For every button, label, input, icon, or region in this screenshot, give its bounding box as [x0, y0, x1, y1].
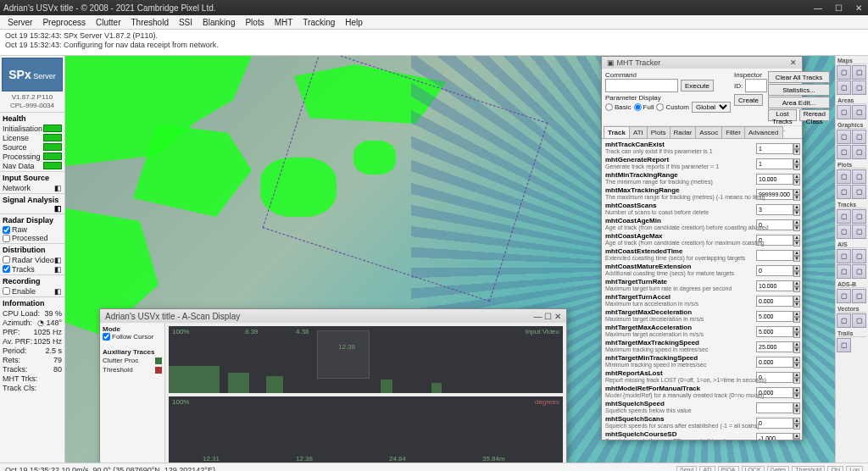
open-icon[interactable]: ◧ [54, 204, 62, 213]
tool-button[interactable]: ▢ [852, 145, 866, 159]
param-input[interactable] [756, 296, 793, 307]
spin-down-icon[interactable]: ▼ [793, 164, 800, 170]
close-icon[interactable]: ✕ [853, 3, 865, 13]
tracks-checkbox[interactable]: Tracks [3, 265, 35, 274]
menu-server[interactable]: Server [3, 17, 36, 28]
spin-down-icon[interactable]: ▼ [793, 195, 800, 201]
param-input[interactable] [756, 402, 793, 413]
close-icon[interactable]: ✕ [554, 312, 561, 321]
menu-clutter[interactable]: Clutter [92, 17, 125, 28]
spin-down-icon[interactable]: ▼ [793, 332, 800, 338]
tool-button[interactable]: ▢ [852, 249, 866, 263]
spin-down-icon[interactable]: ▼ [793, 271, 800, 277]
tool-button[interactable]: ▢ [852, 264, 866, 279]
param-input[interactable] [756, 418, 793, 429]
tool-button[interactable]: ▢ [837, 105, 851, 119]
tab-filter[interactable]: Filter [721, 126, 745, 138]
spin-down-icon[interactable]: ▼ [793, 439, 800, 440]
raw-checkbox[interactable]: Raw [3, 225, 62, 234]
spin-down-icon[interactable]: ▼ [793, 424, 800, 429]
menu-ssi[interactable]: SSI [175, 17, 197, 28]
param-input[interactable] [756, 204, 793, 215]
tab-assoc[interactable]: Assoc [695, 126, 722, 138]
enable-checkbox[interactable]: Enable [3, 287, 36, 296]
spin-up-icon[interactable]: ▲ [793, 326, 800, 332]
minimize-icon[interactable]: — [812, 3, 824, 13]
tool-button[interactable]: ▢ [852, 185, 866, 199]
area-edit-button[interactable]: Area Edit... [768, 97, 830, 108]
param-input[interactable] [756, 433, 793, 440]
spin-down-icon[interactable]: ▼ [793, 241, 800, 247]
tool-button[interactable]: ▢ [837, 65, 851, 80]
full-radio[interactable]: Full [634, 103, 654, 111]
spin-down-icon[interactable]: ▼ [793, 302, 800, 308]
spin-up-icon[interactable]: ▲ [793, 372, 800, 378]
tool-button[interactable]: ▢ [837, 145, 851, 159]
spin-up-icon[interactable]: ▲ [793, 311, 800, 317]
ascan-plot-top[interactable]: Input Video 100% 8.39 4.38 12.38 [169, 326, 563, 393]
follow-cursor-checkbox[interactable]: Follow Cursor [103, 333, 162, 341]
spin-up-icon[interactable]: ▲ [793, 250, 800, 256]
tab-radar[interactable]: Radar [670, 126, 697, 138]
param-input[interactable] [756, 174, 793, 185]
tool-button[interactable]: ▢ [837, 80, 851, 95]
mht-params[interactable]: mhtTrackCanExistTrack can only exist if … [602, 139, 802, 440]
tool-button[interactable]: ▢ [852, 169, 866, 184]
tab-ati[interactable]: ATI [629, 126, 648, 138]
tool-button[interactable]: ▢ [852, 130, 866, 144]
param-input[interactable] [756, 341, 793, 352]
tool-button[interactable]: ▢ [852, 224, 866, 239]
tab-advanced[interactable]: Advanced [744, 126, 783, 138]
spin-up-icon[interactable]: ▲ [793, 341, 800, 347]
spin-up-icon[interactable]: ▲ [793, 204, 800, 210]
tool-button[interactable]: ▢ [837, 289, 851, 303]
tool-button[interactable]: ▢ [837, 264, 851, 279]
ascan-plot-bottom[interactable]: 100% 12.31 12.38 24.84 35.84m degrees [169, 396, 563, 463]
spin-up-icon[interactable]: ▲ [793, 174, 800, 180]
execute-button[interactable]: Execute [681, 80, 714, 91]
param-input[interactable] [756, 280, 793, 291]
spin-up-icon[interactable]: ▲ [793, 402, 800, 408]
spin-up-icon[interactable]: ▲ [793, 387, 800, 393]
spin-up-icon[interactable]: ▲ [793, 433, 800, 439]
spin-down-icon[interactable]: ▼ [793, 149, 800, 155]
spin-up-icon[interactable]: ▲ [793, 143, 800, 149]
close-icon[interactable]: ✕ [790, 58, 797, 67]
open-icon[interactable]: ◧ [54, 265, 62, 274]
command-input[interactable] [605, 79, 678, 92]
tool-button[interactable]: ▢ [837, 249, 851, 263]
basic-radio[interactable]: Basic [605, 103, 632, 111]
param-input[interactable] [756, 357, 793, 368]
tool-button[interactable]: ▢ [852, 289, 866, 303]
tool-button[interactable]: ▢ [852, 80, 866, 95]
menu-plots[interactable]: Plots [241, 17, 268, 28]
spin-down-icon[interactable]: ▼ [793, 317, 800, 323]
tab-track[interactable]: Track [604, 126, 630, 138]
menu-preprocess[interactable]: Preprocess [38, 17, 90, 28]
param-input[interactable] [756, 326, 793, 337]
id-input[interactable] [745, 79, 767, 92]
tool-button[interactable]: ▢ [837, 130, 851, 144]
custom-radio[interactable]: Custom [656, 103, 689, 111]
tool-button[interactable]: ▢ [837, 209, 851, 224]
menu-help[interactable]: Help [341, 17, 367, 28]
maximize-icon[interactable]: ☐ [544, 312, 552, 321]
spin-up-icon[interactable]: ▲ [793, 265, 800, 271]
spin-up-icon[interactable]: ▲ [793, 158, 800, 164]
radarvideo-checkbox[interactable]: Radar Video [3, 256, 54, 264]
spin-down-icon[interactable]: ▼ [793, 363, 800, 368]
spin-down-icon[interactable]: ▼ [793, 210, 800, 216]
tool-button[interactable]: ▢ [837, 313, 851, 328]
spin-down-icon[interactable]: ▼ [793, 256, 800, 262]
menu-mht[interactable]: MHT [270, 17, 298, 28]
spin-up-icon[interactable]: ▲ [793, 189, 800, 195]
menu-blanking[interactable]: Blanking [198, 17, 239, 28]
spin-down-icon[interactable]: ▼ [793, 286, 800, 292]
statistics-button[interactable]: Statistics... [768, 84, 830, 96]
spin-down-icon[interactable]: ▼ [793, 347, 800, 353]
tool-button[interactable]: ▢ [837, 224, 851, 239]
reread-class-button[interactable]: Reread Class [799, 109, 830, 121]
spin-down-icon[interactable]: ▼ [793, 180, 800, 186]
spin-up-icon[interactable]: ▲ [793, 219, 800, 225]
maximize-icon[interactable]: ☐ [832, 3, 844, 13]
